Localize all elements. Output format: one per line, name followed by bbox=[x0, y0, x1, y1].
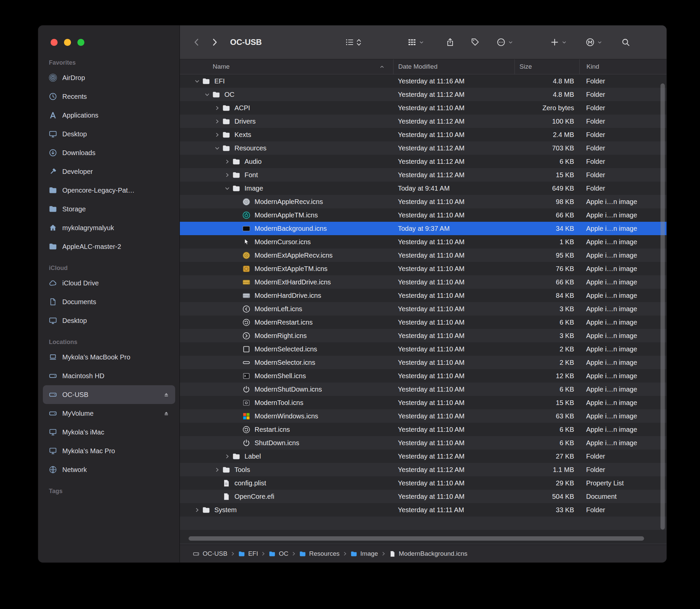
sidebar-item-mykola-s-macbook-pro[interactable]: Mykola’s MacBook Pro bbox=[43, 348, 175, 366]
disclosure-open-icon[interactable] bbox=[212, 146, 222, 151]
tag-button[interactable] bbox=[470, 37, 479, 47]
column-header-size[interactable]: Size bbox=[514, 59, 579, 74]
zoom-window-button[interactable] bbox=[77, 39, 84, 46]
disclosure-closed-icon[interactable] bbox=[222, 159, 232, 164]
disclosure-open-icon[interactable] bbox=[192, 79, 202, 84]
close-window-button[interactable] bbox=[51, 39, 58, 46]
search-button[interactable] bbox=[621, 37, 630, 47]
back-button[interactable] bbox=[192, 37, 201, 47]
sidebar-item-desktop[interactable]: Desktop bbox=[43, 125, 175, 143]
path-segment-oc-usb[interactable]: OC-USB bbox=[193, 550, 227, 557]
file-row-label[interactable]: LabelYesterday at 11:12 AM27 KBFolder bbox=[180, 450, 666, 463]
minimize-window-button[interactable] bbox=[64, 39, 71, 46]
file-row-system[interactable]: SystemYesterday at 11:11 AM33 KBFolder bbox=[180, 503, 666, 517]
file-row-image[interactable]: ImageToday at 9:41 AM649 KBFolder bbox=[180, 181, 666, 195]
view-mode-button[interactable] bbox=[345, 37, 362, 47]
sidebar-item-mykolagrymalyuk[interactable]: mykolagrymalyuk bbox=[43, 219, 175, 237]
cloud-icon bbox=[49, 279, 57, 288]
file-row-config-plist[interactable]: config.plistYesterday at 11:10 AM29 KBPr… bbox=[180, 476, 666, 490]
file-row-efi[interactable]: EFIYesterday at 11:16 AM4.8 MBFolder bbox=[180, 74, 666, 88]
sidebar-item-oc-usb[interactable]: OC-USB bbox=[43, 385, 175, 404]
column-header-date-modified[interactable]: Date Modified bbox=[393, 59, 514, 74]
eject-icon[interactable] bbox=[163, 391, 170, 398]
forward-button[interactable] bbox=[210, 37, 220, 47]
file-row-modernextappletm-icns[interactable]: ModernExtAppleTM.icnsYesterday at 11:10 … bbox=[180, 262, 666, 275]
sidebar-item-documents[interactable]: Documents bbox=[43, 293, 175, 311]
file-row-tools[interactable]: ToolsYesterday at 11:12 AM1.1 MBFolder bbox=[180, 463, 666, 476]
sidebar-item-icloud-drive[interactable]: iCloud Drive bbox=[43, 274, 175, 293]
vertical-scrollbar[interactable] bbox=[661, 83, 665, 529]
file-row-opencore-efi[interactable]: OpenCore.efiYesterday at 11:10 AM504 KBD… bbox=[180, 490, 666, 503]
sidebar-item-developer[interactable]: Developer bbox=[43, 162, 175, 181]
sidebar-item-storage[interactable]: Storage bbox=[43, 199, 175, 219]
disclosure-closed-icon[interactable] bbox=[222, 173, 232, 177]
file-date-modified: Yesterday at 11:10 AM bbox=[393, 318, 514, 326]
more-actions-button[interactable] bbox=[496, 37, 513, 47]
file-row-audio[interactable]: AudioYesterday at 11:12 AM6 KBFolder bbox=[180, 155, 666, 168]
file-row-moderncursor-icns[interactable]: ModernCursor.icnsYesterday at 11:10 AM1 … bbox=[180, 235, 666, 248]
disclosure-closed-icon[interactable] bbox=[222, 454, 232, 459]
disclosure-closed-icon[interactable] bbox=[192, 507, 202, 512]
drive-gray-icon bbox=[242, 292, 250, 300]
column-header-name[interactable]: Name bbox=[180, 59, 393, 74]
add-button[interactable] bbox=[550, 37, 567, 47]
sidebar-item-downloads[interactable]: Downloads bbox=[43, 143, 175, 162]
file-row-modernharddrive-icns[interactable]: ModernHardDrive.icnsYesterday at 11:10 A… bbox=[180, 289, 666, 302]
file-row-modernshutdown-icns[interactable]: ModernShutDown.icnsYesterday at 11:10 AM… bbox=[180, 383, 666, 396]
file-row-modernright-icns[interactable]: ModernRight.icnsYesterday at 11:10 AM3 K… bbox=[180, 329, 666, 342]
path-segment-resources[interactable]: Resources bbox=[299, 550, 339, 557]
file-row-modernextharddrive-icns[interactable]: ModernExtHardDrive.icnsYesterday at 11:1… bbox=[180, 275, 666, 289]
file-date-modified: Yesterday at 11:12 AM bbox=[393, 144, 514, 152]
file-row-modernextapplerecv-icns[interactable]: ModernExtAppleRecv.icnsYesterday at 11:1… bbox=[180, 248, 666, 262]
file-kind: Apple i…n image bbox=[579, 238, 666, 246]
file-row-modernwindows-icns[interactable]: ModernWindows.icnsYesterday at 11:10 AM6… bbox=[180, 410, 666, 423]
column-header-kind[interactable]: Kind bbox=[579, 59, 666, 74]
file-row-modernselector-icns[interactable]: ModernSelector.icnsYesterday at 11:10 AM… bbox=[180, 356, 666, 369]
sidebar-item-macintosh-hd[interactable]: Macintosh HD bbox=[43, 366, 175, 385]
file-row-font[interactable]: FontYesterday at 11:12 AM15 KBFolder bbox=[180, 168, 666, 181]
path-segment-image[interactable]: Image bbox=[350, 550, 378, 557]
path-segment-modernbackground-icns[interactable]: ModernBackground.icns bbox=[389, 550, 468, 557]
file-kind: Document bbox=[579, 493, 666, 501]
file-row-resources[interactable]: ResourcesYesterday at 11:12 AM703 KBFold… bbox=[180, 141, 666, 155]
file-row-modernleft-icns[interactable]: ModernLeft.icnsYesterday at 11:10 AM3 KB… bbox=[180, 302, 666, 316]
file-row-modernapplerecv-icns[interactable]: ModernAppleRecv.icnsYesterday at 11:10 A… bbox=[180, 195, 666, 208]
sidebar-item-recents[interactable]: Recents bbox=[43, 87, 175, 106]
sidebar-item-airdrop[interactable]: AirDrop bbox=[43, 68, 175, 87]
eject-icon[interactable] bbox=[163, 410, 170, 417]
file-row-kexts[interactable]: KextsYesterday at 11:10 AM2.4 MBFolder bbox=[180, 128, 666, 141]
sidebar-sections: FavoritesAirDropRecentsApplicationsDeskt… bbox=[38, 46, 179, 495]
file-row-acpi[interactable]: ACPIYesterday at 11:10 AMZero bytesFolde… bbox=[180, 101, 666, 115]
horizontal-scrollbar[interactable] bbox=[189, 536, 644, 541]
file-row-drivers[interactable]: DriversYesterday at 11:12 AM100 KBFolder bbox=[180, 115, 666, 128]
disclosure-closed-icon[interactable] bbox=[212, 119, 222, 124]
sidebar-item-applealc-master-2[interactable]: AppleALC-master-2 bbox=[43, 237, 175, 256]
group-by-button[interactable] bbox=[407, 37, 424, 47]
sidebar-item-mykola-s-imac[interactable]: Mykola’s iMac bbox=[43, 423, 175, 441]
sidebar-item-mykola-s-mac-pro[interactable]: Mykola’s Mac Pro bbox=[43, 441, 175, 460]
file-row-modernselected-icns[interactable]: ModernSelected.icnsYesterday at 11:10 AM… bbox=[180, 342, 666, 356]
file-row-modernappletm-icns[interactable]: ModernAppleTM.icnsYesterday at 11:10 AM6… bbox=[180, 208, 666, 222]
path-segment-oc[interactable]: OC bbox=[268, 550, 288, 557]
disclosure-closed-icon[interactable] bbox=[212, 467, 222, 472]
share-button[interactable] bbox=[445, 37, 455, 47]
disclosure-open-icon[interactable] bbox=[222, 186, 232, 191]
file-row-restart-icns[interactable]: Restart.icnsYesterday at 11:10 AM6 KBApp… bbox=[180, 423, 666, 436]
path-segment-efi[interactable]: EFI bbox=[238, 550, 258, 557]
file-row-oc[interactable]: OCYesterday at 11:12 AM4.8 MBFolder bbox=[180, 88, 666, 101]
file-row-modernbackground-icns[interactable]: ModernBackground.icnsToday at 9:37 AM34 … bbox=[180, 222, 666, 235]
disclosure-closed-icon[interactable] bbox=[212, 132, 222, 137]
file-row-modernrestart-icns[interactable]: ModernRestart.icnsYesterday at 11:10 AM6… bbox=[180, 316, 666, 329]
sidebar-item-opencore-legacy-pat[interactable]: Opencore-Legacy-Pat… bbox=[43, 181, 175, 199]
file-row-shutdown-icns[interactable]: ShutDown.icnsYesterday at 11:10 AM6 KBAp… bbox=[180, 436, 666, 450]
file-row-modernshell-icns[interactable]: ModernShell.icnsYesterday at 11:10 AM12 … bbox=[180, 369, 666, 383]
extension-badge-button[interactable] bbox=[585, 37, 602, 47]
file-row-moderntool-icns[interactable]: ModernTool.icnsYesterday at 11:10 AM15 K… bbox=[180, 396, 666, 410]
sidebar-item-desktop[interactable]: Desktop bbox=[43, 311, 175, 330]
disclosure-open-icon[interactable] bbox=[202, 92, 212, 97]
file-name: ModernCursor.icns bbox=[255, 238, 311, 246]
sidebar-item-myvolume[interactable]: MyVolume bbox=[43, 404, 175, 423]
sidebar-item-applications[interactable]: Applications bbox=[43, 106, 175, 125]
sidebar-item-network[interactable]: Network bbox=[43, 460, 175, 479]
disclosure-closed-icon[interactable] bbox=[212, 105, 222, 110]
